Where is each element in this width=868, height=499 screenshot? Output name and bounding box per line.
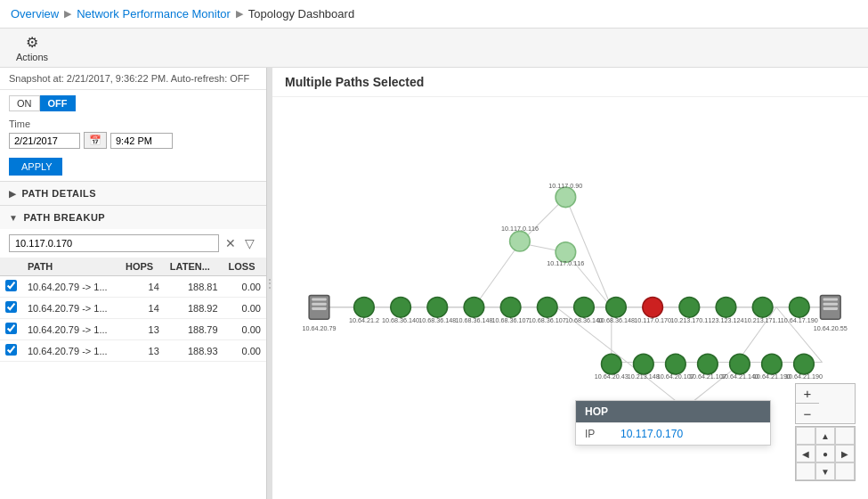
snapshot-text: Snapshot at: 2/21/2017, 9:36:22 PM. Auto… [9,73,249,84]
nav-right[interactable]: ▶ [835,445,855,462]
path-breakup-label: PATH BREAKUP [23,212,105,223]
svg-point-33 [427,297,448,317]
table-row[interactable]: 10.64.20.79 -> 1... 13 188.79 0.00 [0,319,266,340]
path-breakup-header[interactable]: ▼ PATH BREAKUP [0,206,266,229]
actions-button[interactable]: ⚙ Actions [11,32,53,64]
breadcrumb-dashboard: Topology Dashboard [248,7,354,20]
toggle-row: ON OFF [0,90,266,115]
nav-center[interactable]: ● [815,445,835,462]
actions-icon: ⚙ [26,34,38,51]
col-header-loss: LOSS [223,258,266,276]
row-loss-1: 0.00 [223,298,266,319]
svg-text:10.213.171.1: 10.213.171.1 [744,316,782,324]
svg-rect-15 [312,303,326,306]
left-panel: Snapshot at: 2/21/2017, 9:36:22 PM. Auto… [0,68,267,499]
actions-label: Actions [16,52,48,62]
breadcrumb-monitor[interactable]: Network Performance Monitor [77,7,231,20]
zoom-in-button[interactable]: + [796,384,819,404]
row-checkbox-3[interactable] [5,344,17,356]
svg-point-23 [556,187,576,208]
svg-text:10.213.148: 10.213.148 [628,372,660,380]
svg-point-59 [666,354,686,374]
topology-canvas[interactable]: 10.64.20.79 10.64.20.55 10.117.0.90 10.1… [272,97,868,499]
breadcrumb-overview[interactable]: Overview [11,7,59,20]
svg-point-35 [464,297,484,317]
nav-down[interactable]: ▼ [815,462,835,480]
hop-popup: HOP IP 10.117.0.170 [575,400,771,446]
nav-up[interactable]: ▲ [815,427,835,445]
path-table: PATH HOPS LATEN... LOSS 10.64.20.79 -> 1… [0,258,266,362]
svg-rect-16 [312,307,326,310]
row-loss-2: 0.00 [223,319,266,340]
svg-text:10.64.17.190: 10.64.17.190 [781,316,818,324]
svg-text:10.64.20.43: 10.64.20.43 [595,372,629,380]
path-filter-input[interactable] [9,234,219,252]
clear-filter-button[interactable]: ✕ [223,234,239,252]
row-path-1: 10.64.20.79 -> 1... [22,298,120,319]
table-row[interactable]: 10.64.20.79 -> 1... 14 188.92 0.00 [0,298,266,319]
toggle-off-button[interactable]: OFF [40,95,76,111]
svg-point-51 [752,297,773,317]
path-breakup-section: ▼ PATH BREAKUP ✕ ▽ PATH HOPS LATEN... LO… [0,205,266,362]
snapshot-bar: Snapshot at: 2/21/2017, 9:36:22 PM. Auto… [0,68,266,90]
topology-svg: 10.64.20.79 10.64.20.55 10.117.0.90 10.1… [272,97,868,499]
table-row[interactable]: 10.64.20.79 -> 1... 13 188.93 0.00 [0,340,266,362]
svg-text:10.117.0.116: 10.117.0.116 [547,259,584,267]
path-details-section: ▶ PATH DETAILS [0,181,266,205]
svg-point-25 [510,231,531,251]
hop-popup-value: 10.117.0.170 [621,428,683,440]
time-section: Time 📅 [0,115,266,154]
svg-text:10.117.0.90: 10.117.0.90 [548,182,582,190]
col-header-check [0,258,22,276]
svg-point-65 [762,354,783,374]
svg-rect-20 [823,303,838,306]
row-checkbox-1[interactable] [5,301,17,313]
svg-point-49 [716,297,736,317]
svg-point-55 [601,354,621,374]
nav-down-left[interactable] [796,462,815,480]
svg-text:10.68.36.107: 10.68.36.107 [529,316,566,324]
table-row[interactable]: 10.64.20.79 -> 1... 14 188.81 0.00 [0,276,266,298]
row-checkbox-0[interactable] [5,280,17,291]
date-input[interactable] [9,133,80,149]
time-input[interactable] [110,133,173,149]
time-inputs: 📅 [9,132,257,149]
path-details-header[interactable]: ▶ PATH DETAILS [0,182,266,205]
breadcrumb-sep-1: ▶ [64,8,71,20]
svg-rect-14 [312,299,326,301]
row-latency-2: 188.79 [165,319,223,340]
nav-up-right[interactable] [835,427,855,445]
nav-box: ▲ ◀ ● ▶ ▼ [795,426,856,481]
nav-down-right[interactable] [835,462,855,480]
svg-text:10.68.36.107: 10.68.36.107 [492,316,530,324]
svg-point-63 [730,354,750,374]
nav-up-left[interactable] [796,427,815,445]
toggle-on-button[interactable]: ON [9,95,40,111]
svg-text:10.68.36.140: 10.68.36.140 [382,316,419,324]
svg-point-31 [391,297,411,317]
row-path-0: 10.64.20.79 -> 1... [22,276,120,298]
zoom-box: + − [795,383,856,424]
nav-left[interactable]: ◀ [796,445,815,462]
breadcrumb-sep-2: ▶ [236,8,243,20]
path-breakup-arrow: ▼ [9,213,18,223]
svg-point-61 [698,354,718,374]
zoom-out-button[interactable]: − [796,404,819,423]
row-loss-3: 0.00 [223,340,266,362]
col-header-hops: HOPS [120,258,165,276]
svg-point-37 [500,297,521,317]
svg-rect-19 [823,299,838,301]
right-panel: Multiple Paths Selected [272,68,868,499]
row-hops-1: 14 [120,298,165,319]
row-loss-0: 0.00 [223,276,266,298]
apply-button[interactable]: APPLY [9,158,62,176]
svg-text:10.68.36.148: 10.68.36.148 [418,316,456,324]
toolbar: ⚙ Actions [0,29,868,68]
svg-text:123.123.124: 123.123.124 [708,316,743,324]
filter-icon-button[interactable]: ▽ [242,234,257,252]
calendar-button[interactable]: 📅 [84,132,107,149]
hop-popup-header: HOP [576,401,770,422]
svg-point-45 [643,297,663,317]
row-checkbox-2[interactable] [5,323,17,334]
breadcrumb: Overview ▶ Network Performance Monitor ▶… [11,7,354,20]
